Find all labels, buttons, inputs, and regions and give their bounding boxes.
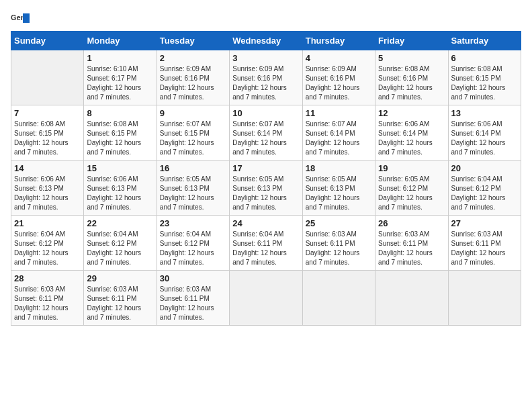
calendar-cell: 9Sunrise: 6:07 AMSunset: 6:15 PMDaylight… (157, 105, 229, 161)
day-info: Sunrise: 6:07 AMSunset: 6:15 PMDaylight:… (160, 120, 226, 157)
calendar-cell: 7Sunrise: 6:08 AMSunset: 6:15 PMDaylight… (11, 105, 84, 161)
day-number: 20 (451, 163, 518, 173)
calendar-cell: 4Sunrise: 6:09 AMSunset: 6:16 PMDaylight… (302, 50, 375, 105)
calendar-cell: 13Sunrise: 6:06 AMSunset: 6:14 PMDayligh… (448, 105, 521, 161)
calendar-cell (375, 271, 448, 326)
day-number: 6 (451, 53, 518, 63)
calendar-cell: 22Sunrise: 6:04 AMSunset: 6:12 PMDayligh… (84, 216, 157, 271)
day-info: Sunrise: 6:03 AMSunset: 6:11 PMDaylight:… (306, 230, 372, 267)
calendar-cell: 26Sunrise: 6:03 AMSunset: 6:11 PMDayligh… (375, 216, 448, 271)
calendar-cell: 5Sunrise: 6:08 AMSunset: 6:16 PMDaylight… (375, 50, 448, 105)
day-info: Sunrise: 6:09 AMSunset: 6:16 PMDaylight:… (306, 64, 372, 102)
day-number: 12 (378, 108, 445, 118)
day-info: Sunrise: 6:08 AMSunset: 6:15 PMDaylight:… (87, 120, 153, 157)
days-of-week-row: SundayMondayTuesdayWednesdayThursdayFrid… (11, 32, 521, 50)
dow-header-monday: Monday (84, 32, 157, 50)
day-number: 17 (232, 163, 299, 173)
dow-header-sunday: Sunday (11, 32, 84, 50)
day-number: 5 (378, 53, 445, 63)
logo-icon: Gen (11, 11, 30, 26)
day-info: Sunrise: 6:08 AMSunset: 6:16 PMDaylight:… (378, 64, 445, 102)
calendar-cell: 1Sunrise: 6:10 AMSunset: 6:17 PMDaylight… (84, 50, 157, 105)
calendar-cell: 11Sunrise: 6:07 AMSunset: 6:14 PMDayligh… (302, 105, 375, 161)
day-info: Sunrise: 6:03 AMSunset: 6:11 PMDaylight:… (87, 285, 153, 322)
day-info: Sunrise: 6:04 AMSunset: 6:12 PMDaylight:… (14, 230, 81, 267)
day-info: Sunrise: 6:04 AMSunset: 6:12 PMDaylight:… (451, 175, 518, 212)
week-row-2: 7Sunrise: 6:08 AMSunset: 6:15 PMDaylight… (11, 105, 521, 161)
day-number: 21 (14, 218, 81, 228)
calendar-cell (302, 271, 375, 326)
week-row-4: 21Sunrise: 6:04 AMSunset: 6:12 PMDayligh… (11, 216, 521, 271)
day-number: 15 (87, 163, 153, 173)
day-number: 13 (451, 108, 518, 118)
day-number: 29 (87, 273, 153, 283)
day-number: 30 (160, 273, 226, 283)
calendar-cell: 12Sunrise: 6:06 AMSunset: 6:14 PMDayligh… (375, 105, 448, 161)
calendar-cell: 10Sunrise: 6:07 AMSunset: 6:14 PMDayligh… (230, 105, 302, 161)
calendar-cell (448, 271, 521, 326)
dow-header-thursday: Thursday (302, 32, 375, 50)
calendar-cell: 18Sunrise: 6:05 AMSunset: 6:13 PMDayligh… (302, 161, 375, 216)
day-info: Sunrise: 6:09 AMSunset: 6:16 PMDaylight:… (160, 64, 226, 102)
day-info: Sunrise: 6:10 AMSunset: 6:17 PMDaylight:… (87, 64, 153, 102)
calendar-cell: 21Sunrise: 6:04 AMSunset: 6:12 PMDayligh… (11, 216, 84, 271)
calendar-cell: 23Sunrise: 6:04 AMSunset: 6:12 PMDayligh… (157, 216, 229, 271)
day-info: Sunrise: 6:06 AMSunset: 6:14 PMDaylight:… (378, 120, 445, 157)
day-info: Sunrise: 6:08 AMSunset: 6:15 PMDaylight:… (451, 64, 518, 102)
logo: Gen (11, 11, 32, 26)
calendar-cell: 19Sunrise: 6:05 AMSunset: 6:12 PMDayligh… (375, 161, 448, 216)
header: Gen (11, 11, 521, 26)
day-number: 19 (378, 163, 445, 173)
calendar-cell: 6Sunrise: 6:08 AMSunset: 6:15 PMDaylight… (448, 50, 521, 105)
calendar-cell: 2Sunrise: 6:09 AMSunset: 6:16 PMDaylight… (157, 50, 229, 105)
day-number: 8 (87, 108, 153, 118)
dow-header-tuesday: Tuesday (157, 32, 229, 50)
week-row-5: 28Sunrise: 6:03 AMSunset: 6:11 PMDayligh… (11, 271, 521, 326)
day-info: Sunrise: 6:04 AMSunset: 6:12 PMDaylight:… (87, 230, 153, 267)
week-row-1: 1Sunrise: 6:10 AMSunset: 6:17 PMDaylight… (11, 50, 521, 105)
day-info: Sunrise: 6:06 AMSunset: 6:14 PMDaylight:… (451, 120, 518, 157)
day-number: 14 (14, 163, 81, 173)
day-info: Sunrise: 6:07 AMSunset: 6:14 PMDaylight:… (306, 120, 372, 157)
day-number: 22 (87, 218, 153, 228)
day-number: 27 (451, 218, 518, 228)
day-number: 28 (14, 273, 81, 283)
day-info: Sunrise: 6:06 AMSunset: 6:13 PMDaylight:… (14, 175, 81, 212)
calendar-cell: 24Sunrise: 6:04 AMSunset: 6:11 PMDayligh… (230, 216, 302, 271)
day-number: 25 (306, 218, 372, 228)
day-number: 3 (232, 53, 299, 63)
day-info: Sunrise: 6:08 AMSunset: 6:15 PMDaylight:… (14, 120, 81, 157)
day-info: Sunrise: 6:03 AMSunset: 6:11 PMDaylight:… (160, 285, 226, 322)
day-info: Sunrise: 6:09 AMSunset: 6:16 PMDaylight:… (232, 64, 299, 102)
day-info: Sunrise: 6:04 AMSunset: 6:12 PMDaylight:… (160, 230, 226, 267)
day-number: 24 (232, 218, 299, 228)
day-number: 2 (160, 53, 226, 63)
dow-header-wednesday: Wednesday (230, 32, 302, 50)
day-number: 10 (232, 108, 299, 118)
day-info: Sunrise: 6:03 AMSunset: 6:11 PMDaylight:… (14, 285, 81, 322)
day-number: 9 (160, 108, 226, 118)
calendar-cell: 30Sunrise: 6:03 AMSunset: 6:11 PMDayligh… (157, 271, 229, 326)
day-number: 1 (87, 53, 153, 63)
day-info: Sunrise: 6:05 AMSunset: 6:13 PMDaylight:… (160, 175, 226, 212)
calendar-cell: 15Sunrise: 6:06 AMSunset: 6:13 PMDayligh… (84, 161, 157, 216)
day-info: Sunrise: 6:06 AMSunset: 6:13 PMDaylight:… (87, 175, 153, 212)
day-info: Sunrise: 6:04 AMSunset: 6:11 PMDaylight:… (232, 230, 299, 267)
calendar-cell: 3Sunrise: 6:09 AMSunset: 6:16 PMDaylight… (230, 50, 302, 105)
day-number: 23 (160, 218, 226, 228)
dow-header-saturday: Saturday (448, 32, 521, 50)
calendar-cell: 28Sunrise: 6:03 AMSunset: 6:11 PMDayligh… (11, 271, 84, 326)
day-info: Sunrise: 6:05 AMSunset: 6:12 PMDaylight:… (378, 175, 445, 212)
calendar-cell: 16Sunrise: 6:05 AMSunset: 6:13 PMDayligh… (157, 161, 229, 216)
calendar-cell: 17Sunrise: 6:05 AMSunset: 6:13 PMDayligh… (230, 161, 302, 216)
calendar-cell: 8Sunrise: 6:08 AMSunset: 6:15 PMDaylight… (84, 105, 157, 161)
day-number: 11 (306, 108, 372, 118)
calendar-table: SundayMondayTuesdayWednesdayThursdayFrid… (11, 31, 521, 326)
calendar-cell: 27Sunrise: 6:03 AMSunset: 6:11 PMDayligh… (448, 216, 521, 271)
calendar-cell: 20Sunrise: 6:04 AMSunset: 6:12 PMDayligh… (448, 161, 521, 216)
calendar-cell: 14Sunrise: 6:06 AMSunset: 6:13 PMDayligh… (11, 161, 84, 216)
day-number: 18 (306, 163, 372, 173)
calendar-cell (11, 50, 84, 105)
day-info: Sunrise: 6:03 AMSunset: 6:11 PMDaylight:… (378, 230, 445, 267)
day-number: 7 (14, 108, 81, 118)
